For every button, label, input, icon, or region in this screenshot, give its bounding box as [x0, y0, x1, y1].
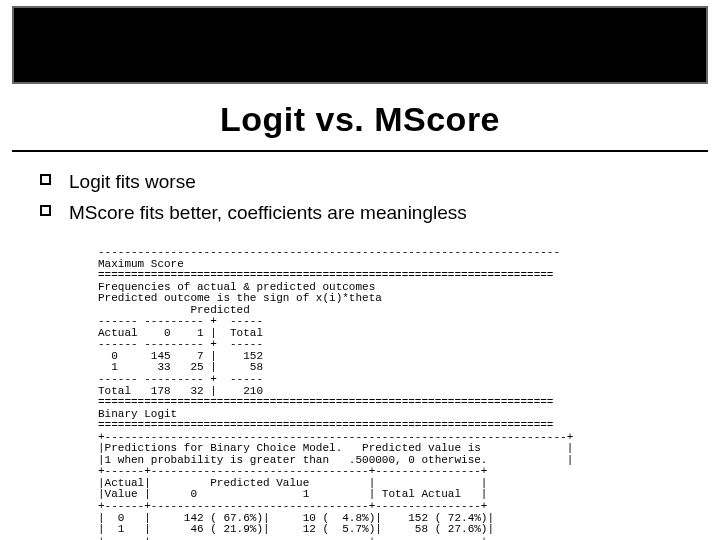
square-bullet-icon — [40, 174, 51, 185]
slide: Logit vs. MScore Logit fits worse MScore… — [0, 0, 720, 540]
title-band — [12, 6, 708, 84]
square-bullet-icon — [40, 205, 51, 216]
bullet-text: Logit fits worse — [69, 170, 196, 195]
model-output-text: ----------------------------------------… — [98, 247, 573, 540]
list-item: MScore fits better, coefficients are mea… — [40, 201, 680, 226]
bullet-text: MScore fits better, coefficients are mea… — [69, 201, 467, 226]
slide-title: Logit vs. MScore — [210, 100, 510, 145]
bullet-list: Logit fits worse MScore fits better, coe… — [40, 170, 680, 231]
title-wrap: Logit vs. MScore — [0, 100, 720, 145]
title-underline — [12, 150, 708, 152]
list-item: Logit fits worse — [40, 170, 680, 195]
